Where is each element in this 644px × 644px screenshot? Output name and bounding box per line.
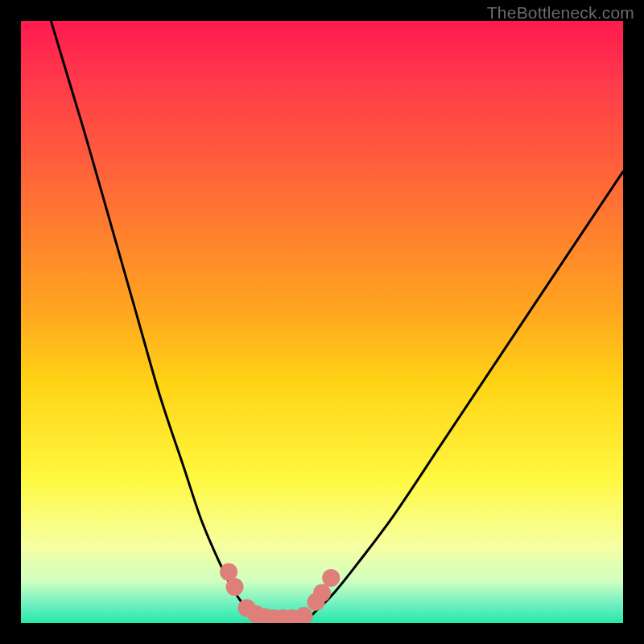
curve-marker bbox=[322, 569, 340, 587]
watermark-text: TheBottleneck.com bbox=[487, 3, 634, 23]
curve-marker bbox=[226, 578, 244, 596]
plot-area bbox=[21, 21, 623, 623]
curve-marker bbox=[220, 563, 237, 580]
bottleneck-curve bbox=[21, 21, 623, 623]
curve-marker bbox=[313, 584, 331, 602]
curve-marker bbox=[295, 607, 313, 623]
